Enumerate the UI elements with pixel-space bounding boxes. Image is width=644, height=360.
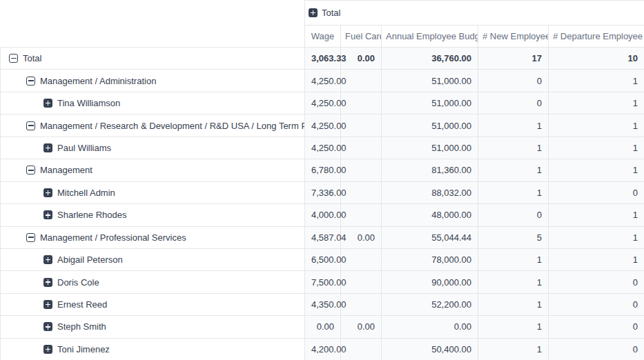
pivot-value-cell: 5 — [478, 226, 549, 248]
pivot-value-cell: 1 — [549, 204, 644, 226]
pivot-value-cell — [341, 70, 382, 92]
pivot-row: Steph Smith 0.00 0.00 0.00 1 0 — [1, 316, 644, 338]
row-header-cell[interactable]: Management / Research & Development / R&… — [1, 114, 305, 137]
pivot-value-cell: 1 — [549, 248, 644, 270]
pivot-value-cell: 0.00 — [305, 316, 341, 338]
pivot-value-cell: 0.00 — [341, 226, 382, 248]
row-label: Mitchell Admin — [57, 188, 115, 198]
pivot-value-cell: 1 — [478, 137, 549, 159]
row-header-cell[interactable]: Sharlene Rhodes — [1, 204, 305, 226]
pivot-value-cell — [341, 137, 382, 159]
expand-icon[interactable] — [309, 8, 318, 17]
pivot-value-cell — [341, 204, 382, 226]
pivot-value-cell — [341, 293, 382, 315]
pivot-value-cell: 1 — [478, 159, 549, 181]
pivot-row: Toni Jimenez 4,200.00 50,400.00 1 0 — [1, 338, 644, 360]
pivot-value-cell — [341, 338, 382, 360]
row-label: Sharlene Rhodes — [57, 210, 126, 220]
pivot-value-cell — [341, 159, 382, 181]
pivot-row: Management 6,780.00 81,360.00 1 1 — [1, 159, 644, 181]
expand-icon[interactable] — [43, 143, 52, 152]
pivot-value-cell: 1 — [549, 92, 644, 114]
pivot-value-cell: 78,000.00 — [382, 248, 478, 270]
pivot-value-cell: 7,336.00 — [305, 181, 341, 203]
row-header-cell[interactable]: Mitchell Admin — [1, 181, 305, 203]
pivot-value-cell: 0 — [478, 70, 549, 92]
collapse-icon[interactable] — [26, 166, 35, 174]
collapse-icon[interactable] — [26, 121, 35, 130]
pivot-value-cell: 1 — [549, 226, 644, 248]
row-label: Tina Williamson — [57, 98, 120, 108]
pivot-value-cell — [341, 248, 382, 270]
measure-header-new-employees[interactable]: # New Employees — [478, 26, 549, 48]
pivot-value-cell: 1 — [478, 293, 549, 315]
pivot-value-cell: 88,032.00 — [382, 181, 478, 203]
row-header-cell[interactable]: Toni Jimenez — [1, 338, 305, 360]
row-header-cell[interactable]: Doris Cole — [1, 271, 305, 293]
pivot-value-cell: 6,500.00 — [305, 248, 341, 270]
pivot-value-cell: 4,587.04 — [305, 226, 341, 248]
pivot-value-cell: 90,000.00 — [382, 271, 478, 293]
column-group-label: Total — [322, 8, 340, 18]
row-header-cell[interactable]: Abigail Peterson — [1, 248, 305, 270]
pivot-value-cell: 0 — [549, 271, 644, 293]
pivot-value-cell: 4,350.00 — [305, 293, 341, 315]
expand-icon[interactable] — [43, 99, 52, 108]
row-header-cell[interactable]: Paul Williams — [1, 137, 305, 159]
pivot-value-cell: 6,780.00 — [305, 159, 341, 181]
pivot-value-cell: 1 — [549, 114, 644, 137]
pivot-value-cell: 4,250.00 — [305, 70, 341, 92]
pivot-row: Management / Professional Services 4,587… — [1, 226, 644, 248]
pivot-row: Management / Research & Development / R&… — [1, 114, 644, 137]
pivot-value-cell: 0 — [549, 293, 644, 315]
pivot-value-cell: 0.00 — [382, 316, 478, 338]
expand-icon[interactable] — [43, 210, 52, 219]
pivot-row: Tina Williamson 4,250.00 51,000.00 0 1 — [1, 92, 644, 114]
pivot-value-cell: 1 — [549, 70, 644, 92]
row-label: Doris Cole — [57, 277, 99, 288]
row-header-cell[interactable]: Management / Administration — [1, 70, 305, 92]
pivot-value-cell — [341, 181, 382, 203]
pivot-value-cell: 0 — [478, 92, 549, 114]
pivot-value-cell: 4,250.00 — [305, 92, 341, 114]
corner-cell — [1, 1, 305, 26]
row-header-cell[interactable]: Ernest Reed — [1, 293, 305, 315]
pivot-table: Total Wage Fuel Card Annual Employee Bud… — [0, 0, 644, 360]
collapse-icon[interactable] — [26, 233, 35, 242]
row-header-cell[interactable]: Management / Professional Services — [1, 226, 305, 248]
row-label: Ernest Reed — [57, 299, 107, 310]
measure-header-annual-employee-budget[interactable]: Annual Employee Budget — [382, 26, 478, 48]
expand-icon[interactable] — [43, 255, 52, 264]
row-label: Management / Research & Development / R&… — [40, 121, 304, 131]
pivot-value-cell: 55,044.44 — [382, 226, 478, 248]
pivot-value-cell: 10 — [549, 48, 644, 70]
collapse-icon[interactable] — [9, 54, 18, 63]
pivot-value-cell: 4,000.00 — [305, 204, 341, 226]
row-label: Management — [40, 165, 92, 175]
measure-header-wage[interactable]: Wage — [305, 26, 341, 48]
column-group-header-total[interactable]: Total — [305, 1, 644, 26]
row-header-cell[interactable]: Steph Smith — [1, 316, 305, 338]
pivot-value-cell: 7,500.00 — [305, 271, 341, 293]
pivot-value-cell: 51,000.00 — [382, 137, 478, 159]
pivot-value-cell: 4,250.00 — [305, 137, 341, 159]
pivot-value-cell: 1 — [478, 114, 549, 137]
collapse-icon[interactable] — [26, 77, 35, 86]
expand-icon[interactable] — [43, 278, 52, 287]
row-header-cell[interactable]: Management — [1, 159, 305, 181]
measure-header-fuel-card[interactable]: Fuel Card — [341, 26, 382, 48]
expand-icon[interactable] — [43, 345, 52, 354]
pivot-value-cell: 1 — [478, 316, 549, 338]
expand-icon[interactable] — [43, 188, 52, 197]
row-header-cell[interactable]: Tina Williamson — [1, 92, 305, 114]
expand-icon[interactable] — [43, 300, 52, 309]
row-label: Steph Smith — [57, 321, 106, 332]
corner-cell — [1, 26, 305, 48]
pivot-value-cell: 51,000.00 — [382, 92, 478, 114]
row-header-cell[interactable]: Total — [1, 48, 305, 70]
measure-header-departure-employee[interactable]: # Departure Employee — [549, 26, 644, 48]
pivot-value-cell: 0 — [478, 204, 549, 226]
expand-icon[interactable] — [43, 322, 52, 331]
pivot-value-cell: 52,200.00 — [382, 293, 478, 315]
pivot-value-cell: 81,360.00 — [382, 159, 478, 181]
